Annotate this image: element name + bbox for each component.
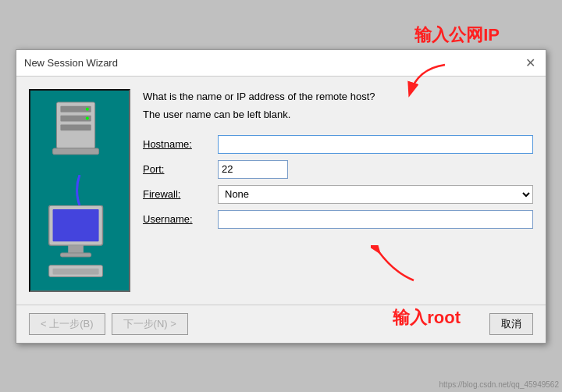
port-label: Port: <box>143 163 213 175</box>
svg-point-6 <box>86 107 89 110</box>
username-input[interactable] <box>218 210 533 229</box>
watermark: https://blog.csdn.net/qq_45949562 <box>439 380 559 389</box>
description-line2: The user name can be left blank. <box>143 107 533 123</box>
svg-rect-14 <box>53 269 99 275</box>
title-bar: New Session Wizard ✕ <box>16 50 546 77</box>
form-description: What is the name or IP address of the re… <box>143 89 533 126</box>
description-line1: What is the name or IP address of the re… <box>143 89 533 105</box>
svg-rect-11 <box>68 245 84 253</box>
hostname-label: Hostname: <box>143 138 213 150</box>
port-label-text: Port: <box>143 163 164 175</box>
window-title: New Session Wizard <box>24 57 118 69</box>
back-button[interactable]: < 上一步(B) <box>29 313 105 335</box>
form-grid: Hostname: Port: Firewall: None SOCKS4 <box>143 135 533 229</box>
hostname-input[interactable] <box>218 135 533 154</box>
firewall-label-text: Firewall: <box>143 188 180 200</box>
close-button[interactable]: ✕ <box>522 55 538 70</box>
desktop-icon <box>44 205 115 282</box>
button-bar: < 上一步(B) 下一步(N) > 取消 <box>16 305 546 343</box>
svg-rect-8 <box>53 148 99 154</box>
username-label-text: Username: <box>143 213 193 225</box>
btn-group-left: < 上一步(B) 下一步(N) > <box>29 313 188 335</box>
dialog-window: New Session Wizard ✕ <box>16 49 546 344</box>
illustration-panel <box>29 89 130 292</box>
firewall-label: Firewall: <box>143 188 213 200</box>
username-label: Username: <box>143 213 213 225</box>
annotation-top: 输入公网IP <box>414 23 500 47</box>
port-container <box>218 160 533 179</box>
svg-point-7 <box>86 116 89 119</box>
form-area: What is the name or IP address of the re… <box>143 89 533 292</box>
svg-rect-12 <box>60 253 91 257</box>
cable-icon <box>72 175 87 205</box>
content-area: What is the name or IP address of the re… <box>16 77 546 305</box>
firewall-select[interactable]: None SOCKS4 SOCKS5 HTTP <box>218 185 533 204</box>
svg-rect-5 <box>60 124 91 130</box>
next-button[interactable]: 下一步(N) > <box>112 313 188 335</box>
svg-rect-10 <box>53 209 99 241</box>
server-icon <box>44 98 115 175</box>
hostname-label-text: Hostname: <box>143 138 192 150</box>
cancel-button[interactable]: 取消 <box>489 313 533 335</box>
port-input[interactable] <box>218 160 288 179</box>
